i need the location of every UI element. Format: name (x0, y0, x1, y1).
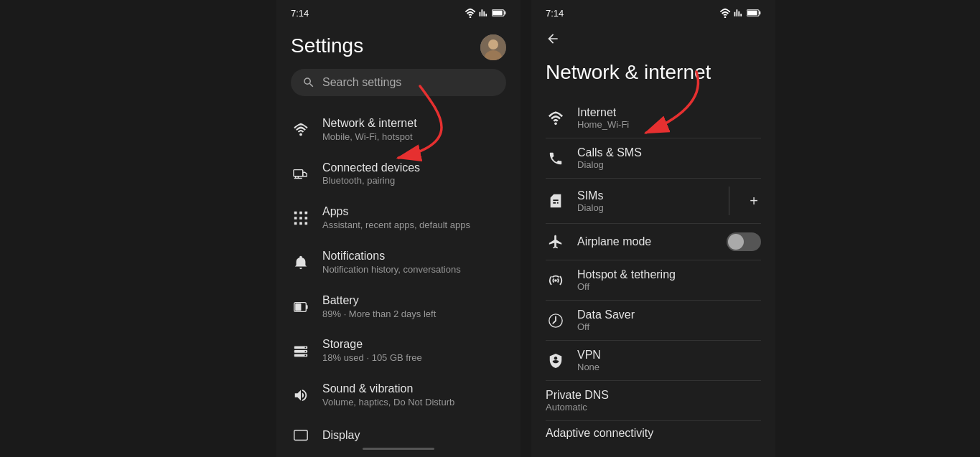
toggle-knob (728, 234, 744, 250)
signal-status-icon-right (734, 8, 744, 18)
svg-rect-2 (505, 11, 506, 14)
settings-item-sound[interactable]: Sound & vibration Volume, haptics, Do No… (291, 373, 506, 418)
svg-rect-15 (294, 222, 297, 225)
sims-item-text: SIMs Dialog (577, 189, 711, 213)
connected-icon (291, 164, 311, 184)
hotspot-item-subtitle: Off (577, 281, 761, 292)
svg-point-32 (554, 122, 557, 125)
svg-point-0 (470, 17, 472, 18)
right-phone: 7:14 Network & internet (531, 0, 775, 457)
network-title: Network & internet (546, 55, 761, 98)
network-item-calls[interactable]: Calls & SMS Dialog (546, 138, 761, 178)
svg-point-7 (299, 133, 302, 136)
vpn-item-text: VPN None (577, 349, 761, 372)
notifications-item-subtitle: Notification history, conversations (322, 264, 506, 276)
network-item-adaptive[interactable]: Adaptive connectivity (546, 420, 761, 448)
svg-point-25 (305, 351, 307, 352)
add-sim-icon[interactable]: + (747, 190, 761, 212)
calls-item-subtitle: Dialog (577, 159, 761, 170)
privatedns-item-subtitle: Automatic (546, 402, 761, 413)
svg-rect-27 (294, 430, 307, 440)
bottom-indicator-left (363, 448, 434, 450)
svg-rect-31 (747, 11, 757, 15)
svg-point-24 (305, 347, 307, 349)
vpn-item-title: VPN (577, 349, 761, 362)
settings-item-network[interactable]: Network & internet Mobile, Wi-Fi, hotspo… (291, 108, 506, 152)
svg-rect-9 (294, 212, 297, 215)
back-arrow[interactable] (546, 23, 761, 55)
apps-item-text: Apps Assistant, recent apps, default app… (322, 204, 506, 232)
status-time-right: 7:14 (546, 8, 564, 19)
apps-item-subtitle: Assistant, recent apps, default apps (322, 220, 506, 232)
internet-item-subtitle: Home_Wi-Fi (577, 119, 761, 130)
signal-status-icon (479, 8, 489, 18)
svg-rect-8 (294, 169, 303, 176)
storage-item-title: Storage (322, 337, 506, 352)
settings-item-notifications[interactable]: Notifications Notification history, conv… (291, 240, 506, 285)
notifications-item-text: Notifications Notification history, conv… (322, 249, 506, 276)
network-item-privatedns[interactable]: Private DNS Automatic (546, 380, 761, 420)
settings-content: Settings Search settings (276, 23, 521, 443)
battery-item-text: Battery 89% · More than 2 days left (322, 293, 506, 321)
battery-item-subtitle: 89% · More than 2 days left (322, 308, 506, 321)
network-item-airplane[interactable]: Airplane mode (546, 223, 761, 260)
hotspot-icon (546, 270, 566, 291)
svg-rect-12 (294, 217, 297, 220)
wifi-status-icon (465, 8, 476, 18)
status-icons-right (719, 8, 761, 18)
vpn-item-subtitle: None (577, 362, 761, 372)
settings-item-battery[interactable]: Battery 89% · More than 2 days left (291, 285, 506, 329)
status-bar-right: 7:14 (531, 0, 775, 23)
bottom-bar-left (276, 443, 521, 457)
internet-icon (546, 108, 566, 128)
network-item-hotspot[interactable]: Hotspot & tethering Off (546, 260, 761, 300)
settings-item-apps[interactable]: Apps Assistant, recent apps, default app… (291, 196, 506, 240)
storage-item-subtitle: 18% used · 105 GB free (322, 352, 506, 364)
network-item-sims[interactable]: SIMs Dialog + (546, 178, 761, 223)
network-icon (291, 120, 311, 140)
svg-rect-17 (305, 222, 308, 225)
svg-rect-14 (305, 217, 308, 220)
status-time-left: 7:14 (291, 8, 309, 19)
adaptive-item-text: Adaptive connectivity (546, 427, 761, 440)
sims-divider (729, 187, 729, 215)
search-bar[interactable]: Search settings (291, 69, 506, 96)
network-item-datasaver[interactable]: Data Saver Off (546, 300, 761, 340)
settings-item-storage[interactable]: Storage 18% used · 105 GB free (291, 329, 506, 373)
storage-item-text: Storage 18% used · 105 GB free (322, 337, 506, 364)
settings-header: Settings (291, 23, 506, 69)
network-item-internet[interactable]: Internet Home_Wi-Fi (546, 98, 761, 138)
airplane-toggle[interactable] (727, 232, 761, 251)
svg-rect-30 (760, 11, 761, 14)
battery-status-icon (492, 9, 506, 17)
svg-point-28 (724, 17, 727, 18)
privatedns-item-text: Private DNS Automatic (546, 389, 761, 413)
settings-item-display[interactable]: Display (291, 418, 506, 443)
status-icons-left (465, 8, 506, 18)
connected-item-text: Connected devices Bluetooth, pairing (322, 161, 506, 188)
battery-item-title: Battery (322, 293, 506, 308)
adaptive-item-title: Adaptive connectivity (546, 427, 761, 440)
svg-rect-11 (305, 212, 308, 215)
hotspot-item-text: Hotspot & tethering Off (577, 268, 761, 292)
apps-item-title: Apps (322, 204, 506, 220)
network-item-vpn[interactable]: VPN None (546, 340, 761, 380)
network-item-subtitle: Mobile, Wi-Fi, hotspot (322, 131, 506, 143)
connected-item-title: Connected devices (322, 161, 506, 176)
settings-item-connected[interactable]: Connected devices Bluetooth, pairing (291, 152, 506, 197)
sound-item-title: Sound & vibration (322, 382, 506, 397)
left-phone: 7:14 Settings (276, 0, 521, 457)
svg-point-5 (488, 39, 498, 50)
avatar[interactable] (480, 34, 506, 60)
calls-item-title: Calls & SMS (577, 146, 761, 159)
sound-item-subtitle: Volume, haptics, Do Not Disturb (322, 397, 506, 409)
calls-item-text: Calls & SMS Dialog (577, 146, 761, 170)
vpn-icon (546, 351, 566, 371)
sound-item-text: Sound & vibration Volume, haptics, Do No… (322, 382, 506, 409)
svg-rect-3 (493, 11, 503, 15)
avatar-image (480, 34, 506, 60)
svg-rect-10 (299, 212, 302, 215)
network-item-text: Network & internet Mobile, Wi-Fi, hotspo… (322, 116, 506, 143)
storage-icon (291, 341, 311, 361)
network-item-title: Network & internet (322, 116, 506, 131)
